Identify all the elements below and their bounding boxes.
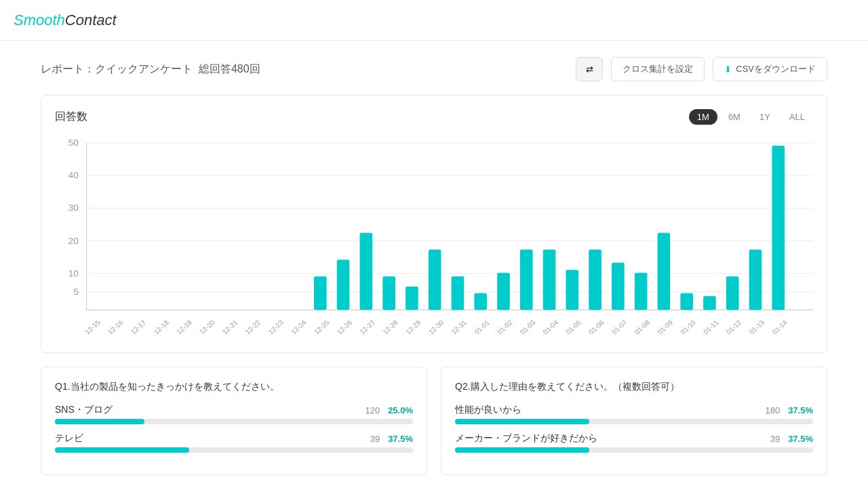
- svg-rect-31: [703, 296, 716, 310]
- svg-rect-14: [314, 277, 327, 310]
- svg-text:01-07: 01-07: [610, 319, 629, 336]
- logo-contact: Contact: [65, 12, 117, 28]
- chart-title: 回答数: [55, 110, 87, 124]
- logo-smooth: Smooth: [14, 12, 65, 28]
- swap-icon: ⇄: [586, 64, 593, 75]
- svg-text:01-12: 01-12: [725, 319, 743, 336]
- chart-header: 回答数 1M 6M 1Y ALL: [55, 109, 813, 125]
- tab-1m[interactable]: 1M: [689, 109, 717, 125]
- q1-answer-2-label: テレビ: [55, 432, 83, 445]
- svg-text:40: 40: [68, 171, 79, 180]
- q1-answer-2: テレビ 39 37.5%: [55, 432, 413, 453]
- svg-text:01-13: 01-13: [747, 319, 766, 336]
- svg-rect-15: [337, 260, 350, 310]
- q2-answer-1-count: 180: [765, 405, 780, 415]
- chart-svg: 50 40 30 20 10 5: [55, 136, 813, 339]
- q2-answer-2-bar-fill: [455, 447, 589, 453]
- svg-rect-25: [566, 270, 578, 310]
- svg-text:10: 10: [68, 268, 79, 278]
- svg-rect-34: [772, 146, 785, 310]
- swap-button[interactable]: ⇄: [576, 57, 603, 81]
- svg-text:12-22: 12-22: [243, 319, 262, 336]
- svg-text:12-17: 12-17: [130, 319, 148, 336]
- time-tab-group: 1M 6M 1Y ALL: [689, 109, 813, 125]
- svg-text:50: 50: [68, 138, 79, 148]
- svg-text:01-11: 01-11: [702, 319, 720, 336]
- q2-answer-2-bar-bg: [455, 447, 813, 453]
- svg-text:12-26: 12-26: [335, 319, 353, 336]
- svg-text:12-29: 12-29: [404, 319, 422, 336]
- svg-rect-20: [452, 277, 465, 310]
- svg-text:01-08: 01-08: [633, 319, 652, 336]
- svg-rect-30: [680, 293, 693, 310]
- svg-text:12-24: 12-24: [290, 319, 308, 336]
- svg-text:12-19: 12-19: [175, 319, 193, 336]
- q2-answer-1: 性能が良いから 180 37.5%: [455, 404, 813, 424]
- svg-rect-27: [612, 263, 625, 310]
- svg-text:01-14: 01-14: [770, 319, 789, 336]
- svg-rect-28: [635, 273, 648, 310]
- q2-answer-2: メーカー・ブランドが好きだから 39 37.5%: [455, 432, 813, 453]
- tab-6m[interactable]: 6M: [720, 109, 749, 125]
- svg-rect-22: [497, 273, 510, 310]
- svg-rect-32: [726, 277, 739, 310]
- svg-text:20: 20: [68, 236, 79, 245]
- svg-text:12-15: 12-15: [83, 319, 102, 336]
- csv-download-button[interactable]: ⬇ CSVをダウンロード: [713, 57, 827, 81]
- report-title-text: レポート：クイックアンケート: [41, 63, 193, 75]
- q1-answer-2-bar-fill: [55, 447, 189, 453]
- q1-answer-2-bar-bg: [55, 447, 413, 453]
- svg-rect-19: [429, 249, 441, 310]
- svg-rect-21: [474, 293, 487, 310]
- chart-area: 50 40 30 20 10 5: [55, 136, 813, 339]
- q2-answer-2-count: 39: [770, 434, 780, 444]
- bottom-row: Q1.当社の製品を知ったきっかけを教えてください。 SNS・ブログ 120 25…: [41, 367, 827, 475]
- svg-text:01-05: 01-05: [564, 319, 583, 336]
- svg-rect-24: [543, 249, 556, 310]
- header: SmoothContact: [0, 0, 868, 41]
- svg-text:5: 5: [73, 287, 79, 296]
- svg-text:12-18: 12-18: [152, 319, 170, 336]
- svg-text:12-30: 12-30: [427, 319, 446, 336]
- q1-answer-1-bar-fill: [55, 419, 144, 424]
- download-icon: ⬇: [724, 64, 732, 75]
- svg-rect-16: [360, 233, 373, 310]
- svg-text:01-04: 01-04: [541, 319, 559, 336]
- svg-text:12-16: 12-16: [106, 319, 125, 336]
- svg-text:12-27: 12-27: [358, 319, 376, 336]
- svg-rect-23: [520, 249, 533, 310]
- q1-card: Q1.当社の製品を知ったきっかけを教えてください。 SNS・ブログ 120 25…: [41, 367, 427, 475]
- q2-answer-1-pct: 37.5%: [788, 405, 813, 415]
- q2-answer-1-bar-bg: [455, 419, 813, 424]
- q2-answer-2-pct: 37.5%: [788, 434, 813, 444]
- cross-tabulation-button[interactable]: クロス集計を設定: [611, 57, 705, 81]
- svg-text:01-02: 01-02: [496, 319, 514, 336]
- tab-1y[interactable]: 1Y: [751, 109, 778, 125]
- svg-rect-26: [589, 249, 601, 310]
- toolbar: レポート：クイックアンケート 総回答480回 ⇄ クロス集計を設定 ⬇ CSVを…: [41, 57, 827, 81]
- svg-text:01-03: 01-03: [519, 319, 537, 336]
- svg-text:01-06: 01-06: [587, 319, 606, 336]
- svg-rect-17: [382, 277, 395, 310]
- svg-text:01-09: 01-09: [656, 319, 674, 336]
- q1-answer-1-pct: 25.0%: [388, 405, 413, 415]
- q1-answer-1-count: 120: [365, 405, 380, 415]
- q1-answer-2-pct: 37.5%: [388, 434, 413, 444]
- svg-text:12-20: 12-20: [198, 319, 216, 336]
- q1-answer-1: SNS・ブログ 120 25.0%: [55, 404, 413, 424]
- q1-answer-2-count: 39: [370, 434, 380, 444]
- svg-text:30: 30: [68, 203, 79, 213]
- svg-text:12-23: 12-23: [267, 319, 285, 336]
- tab-all[interactable]: ALL: [781, 109, 813, 125]
- q2-answer-1-bar-fill: [455, 419, 589, 424]
- svg-text:12-28: 12-28: [381, 319, 399, 336]
- svg-rect-33: [749, 249, 762, 310]
- q2-answer-2-label: メーカー・ブランドが好きだから: [455, 432, 597, 445]
- csv-download-label: CSVをダウンロード: [736, 63, 816, 75]
- svg-rect-18: [406, 287, 418, 310]
- svg-text:01-10: 01-10: [679, 319, 697, 336]
- q1-title: Q1.当社の製品を知ったきっかけを教えてください。: [55, 381, 413, 393]
- svg-rect-29: [658, 233, 671, 310]
- q2-answer-1-label: 性能が良いから: [455, 404, 521, 416]
- svg-text:12-21: 12-21: [221, 319, 239, 336]
